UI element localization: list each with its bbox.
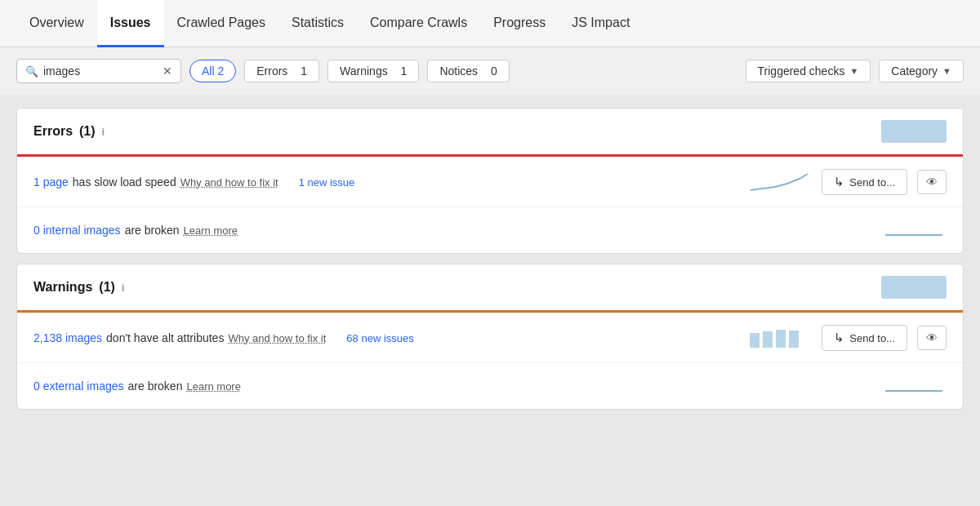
errors-count: (1) [79, 124, 96, 139]
alt-attributes-link[interactable]: 2,138 images [33, 331, 102, 344]
svg-rect-4 [789, 331, 799, 348]
filter-bar: 🔍 ✕ All 2 Errors 1 Warnings 1 Notices 0 … [0, 47, 980, 95]
broken-images-fix-link[interactable]: Learn more [184, 224, 238, 237]
filter-warnings-button[interactable]: Warnings 1 [327, 60, 419, 82]
nav-item-overview[interactable]: Overview [16, 0, 97, 47]
broken-external-fix-link[interactable]: Learn more [186, 380, 240, 393]
triggered-checks-chevron-icon: ▼ [849, 66, 858, 76]
slow-load-sparkline [746, 171, 812, 193]
slow-load-fix-link[interactable]: Why and how to fix it [180, 176, 278, 189]
search-box: 🔍 ✕ [16, 59, 181, 83]
alt-attributes-new-issue: 68 new issues [346, 332, 413, 344]
errors-label: Errors [33, 124, 73, 139]
warnings-label: Warnings [33, 280, 92, 295]
filter-notices-button[interactable]: Notices 0 [427, 60, 509, 82]
alt-attributes-eye-button[interactable]: 👁 [917, 326, 947, 350]
slow-load-text: has slow load speed [73, 175, 176, 189]
nav-item-issues[interactable]: Issues [97, 0, 164, 47]
nav-item-compare-crawls[interactable]: Compare Crawls [357, 0, 480, 47]
warnings-section-header: Warnings (1) i [17, 264, 963, 310]
search-icon: 🔍 [25, 65, 38, 78]
search-input[interactable] [43, 64, 158, 78]
issue-row-alt-attributes: 2,138 images don't have alt attributes W… [17, 313, 963, 362]
errors-section: Errors (1) i 1 page has slow load speed … [16, 108, 964, 254]
svg-rect-3 [776, 330, 786, 348]
eye-icon: 👁 [926, 175, 938, 189]
broken-images-link[interactable]: 0 internal images [33, 224, 121, 237]
slow-load-new-issue: 1 new issue [299, 176, 355, 189]
broken-external-sparkline [881, 375, 947, 397]
issue-row-broken-images: 0 internal images are broken Learn more [17, 206, 963, 253]
broken-images-sparkline [881, 219, 947, 242]
svg-rect-1 [750, 333, 760, 348]
category-button[interactable]: Category ▼ [879, 60, 964, 82]
warnings-count: (1) [99, 280, 115, 295]
issue-slow-load-text: 1 page has slow load speed Why and how t… [33, 175, 737, 189]
slow-load-eye-button[interactable]: 👁 [917, 170, 947, 194]
issue-row-broken-external: 0 external images are broken Learn more [17, 362, 963, 409]
alt-attributes-sparkline [746, 326, 812, 349]
slow-load-send-button[interactable]: ↳ Send to... [822, 169, 907, 195]
errors-info-icon[interactable]: i [102, 126, 105, 138]
search-clear-button[interactable]: ✕ [163, 65, 172, 77]
nav-item-crawled-pages[interactable]: Crawled Pages [164, 0, 279, 47]
send-icon: ↳ [834, 331, 844, 345]
errors-sparkline [881, 120, 947, 143]
warnings-info-icon[interactable]: i [122, 282, 125, 294]
top-navigation: Overview Issues Crawled Pages Statistics… [0, 0, 980, 47]
eye-icon: 👁 [926, 331, 938, 344]
issue-broken-external-text: 0 external images are broken Learn more [33, 380, 871, 393]
triggered-checks-button[interactable]: Triggered checks ▼ [746, 60, 871, 82]
filter-all-button[interactable]: All 2 [189, 60, 236, 82]
issue-alt-attributes-text: 2,138 images don't have alt attributes W… [33, 331, 737, 344]
issue-broken-images-text: 0 internal images are broken Learn more [33, 224, 871, 237]
nav-item-statistics[interactable]: Statistics [278, 0, 357, 47]
broken-external-link[interactable]: 0 external images [33, 380, 124, 393]
nav-item-progress[interactable]: Progress [480, 0, 559, 47]
warnings-title: Warnings (1) i [33, 280, 124, 295]
category-chevron-icon: ▼ [942, 66, 951, 76]
nav-item-js-impact[interactable]: JS Impact [559, 0, 643, 47]
filter-errors-button[interactable]: Errors 1 [244, 60, 319, 82]
slow-load-link[interactable]: 1 page [33, 175, 69, 189]
alt-attributes-text: don't have alt attributes [106, 331, 224, 344]
issue-row-slow-load: 1 page has slow load speed Why and how t… [17, 157, 963, 206]
broken-images-text: are broken [125, 224, 180, 237]
warnings-sparkline [881, 276, 947, 299]
alt-attributes-send-button[interactable]: ↳ Send to... [822, 325, 907, 351]
errors-title: Errors (1) i [33, 124, 105, 139]
svg-rect-2 [763, 331, 773, 348]
broken-external-text: are broken [128, 380, 183, 393]
warnings-section: Warnings (1) i 2,138 images don't have a… [16, 264, 964, 410]
send-icon: ↳ [834, 175, 844, 189]
main-content: Errors (1) i 1 page has slow load speed … [0, 95, 980, 433]
errors-section-header: Errors (1) i [17, 109, 963, 154]
alt-attributes-fix-link[interactable]: Why and how to fix it [228, 332, 326, 344]
